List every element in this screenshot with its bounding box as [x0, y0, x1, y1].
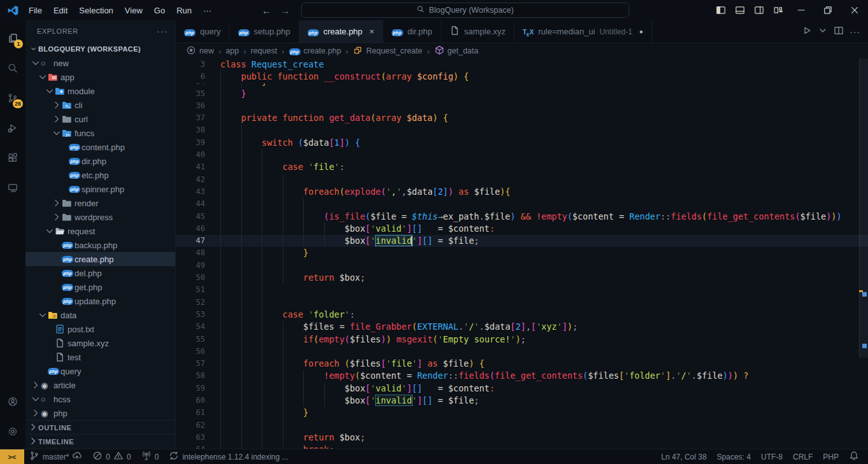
tree-item-data[interactable]: data	[25, 308, 175, 322]
section-timeline[interactable]: TIMELINE	[25, 434, 175, 448]
code-line-37[interactable]: 37private function get_data(array $data)…	[176, 112, 868, 124]
code-line-42[interactable]: 42	[176, 174, 868, 186]
tree-item-get-php[interactable]: phpget.php	[25, 280, 175, 294]
code-line-50[interactable]: 50return $box;	[176, 272, 868, 284]
code-line-45[interactable]: 45(is_file($file = $this→ex_path.$file) …	[176, 211, 868, 223]
tree-item-post-txt[interactable]: post.txt	[25, 322, 175, 336]
menu-file[interactable]: File	[23, 3, 48, 18]
status-problems[interactable]: 00	[87, 449, 136, 464]
explorer-more-actions[interactable]: ···	[157, 26, 167, 36]
editor-scrollbar[interactable]	[859, 59, 868, 449]
tab-rule-median_ui[interactable]: TEXrule=median_uiUntitled-1●	[515, 20, 652, 43]
status-remote-indicator[interactable]: ><	[0, 449, 24, 464]
code-line-36[interactable]: 36	[176, 100, 868, 112]
tree-item-hcss[interactable]: ○hcss	[25, 392, 175, 406]
code-line-54[interactable]: 54$files = file_Grabber(EXTERNAL.'/'.$da…	[176, 321, 868, 333]
code-line-48[interactable]: 48}	[176, 247, 868, 259]
code-line-35[interactable]: 35}	[176, 88, 868, 100]
tree-item-article[interactable]: ◉article	[25, 378, 175, 392]
code-line-39[interactable]: 39switch ($data[1]) {	[176, 137, 868, 149]
layout-sidebar-left-icon[interactable]	[711, 0, 730, 20]
menu-run[interactable]: Run	[171, 3, 197, 18]
code-line-52[interactable]: 52	[176, 297, 868, 309]
tree-item-php[interactable]: ◉php	[25, 406, 175, 420]
tab-sample-xyz[interactable]: sample.xyz	[441, 20, 515, 43]
code-line-55[interactable]: 55if(empty($files)) msgexit('Empty sourc…	[176, 334, 868, 346]
scrollbar-slider[interactable]	[859, 59, 868, 358]
split-icon[interactable]	[834, 25, 844, 38]
nav-forward-icon[interactable]: →	[280, 5, 290, 16]
breadcrumb-item-new[interactable]: new	[186, 45, 214, 57]
status-encoding[interactable]: UTF-8	[756, 449, 788, 464]
code-line-47[interactable]: 47$box['invalid'][] = $file;	[176, 235, 868, 247]
tree-item-module[interactable]: module	[25, 84, 175, 98]
status-language-status[interactable]: intelephense 1.12.4 indexing ...	[164, 449, 293, 464]
activity-account[interactable]	[0, 386, 25, 416]
code-line-49[interactable]: 49	[176, 260, 868, 272]
code-line-57[interactable]: 57foreach ($files['file'] as $file) {	[176, 358, 868, 370]
command-center-search[interactable]: BlogQuery (Workspace)	[301, 3, 629, 18]
tree-item-test[interactable]: test	[25, 350, 175, 364]
section-outline[interactable]: OUTLINE	[25, 420, 175, 434]
tree-item-etc-php[interactable]: phpetc.php	[25, 168, 175, 182]
layout-sidebar-right-icon[interactable]	[750, 0, 769, 20]
code-line-41[interactable]: 41case 'file':	[176, 161, 868, 173]
breadcrumb-item-get_data[interactable]: get_data	[434, 45, 479, 57]
code-line-40[interactable]: 40	[176, 149, 868, 161]
code-line-3[interactable]: 3class Request_create	[176, 59, 868, 71]
status-cursor-position[interactable]: Ln 47, Col 38	[656, 449, 711, 464]
status-language-mode[interactable]: PHP	[818, 449, 844, 464]
window-minimize-button[interactable]	[788, 0, 815, 20]
tree-item-dir-php[interactable]: phpdir.php	[25, 154, 175, 168]
code-line-63[interactable]: 63return $box;	[176, 432, 868, 444]
activity-search[interactable]	[0, 53, 25, 83]
activity-remote-explorer[interactable]	[0, 172, 25, 202]
code-line-44[interactable]: 44	[176, 198, 868, 210]
status-indentation[interactable]: Spaces: 4	[712, 449, 756, 464]
status-notifications[interactable]	[844, 449, 864, 464]
tree-item-app[interactable]: app	[25, 70, 175, 84]
tree-item-query[interactable]: phpquery	[25, 364, 175, 378]
tree-item-new[interactable]: ○new	[25, 56, 175, 70]
activity-files[interactable]: 1	[0, 23, 25, 53]
tab-close-icon[interactable]: ×	[369, 27, 374, 36]
menu-go[interactable]: Go	[148, 3, 171, 18]
menu-moremoremore[interactable]: ···	[197, 3, 217, 18]
tree-item-del-php[interactable]: phpdel.php	[25, 266, 175, 280]
tab-query[interactable]: phpquery	[176, 20, 230, 43]
code-line-6[interactable]: 6public function __construct(array $conf…	[176, 71, 868, 83]
tree-item-curl[interactable]: curl	[25, 112, 175, 126]
breadcrumb-item-app[interactable]: app	[225, 46, 239, 55]
menu-view[interactable]: View	[119, 3, 148, 18]
tab-dir-php[interactable]: phpdir.php	[383, 20, 441, 43]
code-line-53[interactable]: 53case 'folder':	[176, 309, 868, 321]
code-line-34[interactable]: 34}	[176, 83, 868, 88]
code-line-58[interactable]: 58!empty($content = Render::fields(file_…	[176, 370, 868, 382]
tree-item-render[interactable]: render	[25, 196, 175, 210]
workspace-root-row[interactable]: BLOGQUERY (WORKSPACE)	[25, 42, 175, 56]
breadcrumb-item-create-php[interactable]: phpcreate.php	[289, 46, 341, 55]
nav-back-icon[interactable]: ←	[262, 5, 271, 16]
tab-setup-php[interactable]: phpsetup.php	[230, 20, 299, 43]
code-line-62[interactable]: 62	[176, 419, 868, 432]
status-eol[interactable]: CRLF	[788, 449, 818, 464]
tree-item-create-php[interactable]: phpcreate.php	[25, 252, 175, 266]
window-restore-button[interactable]	[815, 0, 841, 20]
menu-selection[interactable]: Selection	[73, 3, 118, 18]
activity-debug[interactable]	[0, 113, 25, 143]
code-editor[interactable]: 3class Request_create6public function __…	[176, 59, 868, 449]
activity-source-control[interactable]: 26	[0, 83, 25, 113]
code-line-61[interactable]: 61}	[176, 407, 868, 419]
tree-item-spinner-php[interactable]: phpspinner.php	[25, 182, 175, 196]
code-line-43[interactable]: 43foreach(explode(',',$data[2]) as $file…	[176, 186, 868, 198]
play-icon[interactable]	[802, 25, 812, 38]
breadcrumb-item-Request_create[interactable]: Request_create	[353, 45, 422, 57]
tree-item-request[interactable]: request	[25, 224, 175, 238]
menu-edit[interactable]: Edit	[48, 3, 73, 18]
tree-item-cli[interactable]: cli	[25, 98, 175, 112]
code-line-64[interactable]: 64break;	[176, 444, 868, 449]
tree-item-sample-xyz[interactable]: sample.xyz	[25, 336, 175, 350]
activity-settings[interactable]	[0, 416, 25, 446]
activity-extensions[interactable]	[0, 143, 25, 172]
tree-item-update-php[interactable]: phpupdate.php	[25, 294, 175, 308]
